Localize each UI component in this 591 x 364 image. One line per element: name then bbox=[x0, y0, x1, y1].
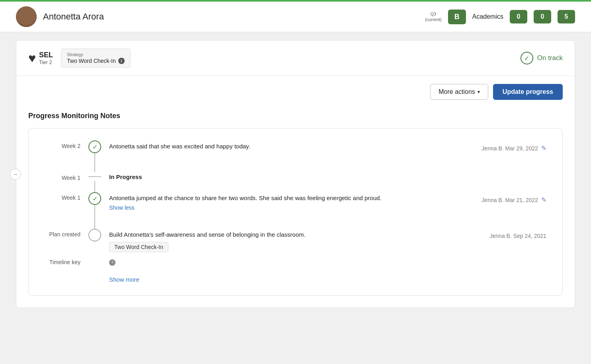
strategy-tag: Two Word Check-In bbox=[109, 242, 168, 252]
in-progress-label: In Progress bbox=[109, 173, 142, 180]
node-checked-week1: ✓ bbox=[88, 192, 101, 205]
actions-row: More actions ▾ Update progress bbox=[28, 84, 563, 100]
timeline-meta-plan: Jenna B. Sep 24, 2021 bbox=[482, 230, 546, 239]
grade-badge[interactable]: B bbox=[448, 10, 466, 24]
tier-label: Tier 2 bbox=[39, 59, 53, 65]
connector-line-bottom bbox=[94, 205, 95, 229]
timeline-content-week2: Antonetta said that she was excited and … bbox=[101, 140, 546, 152]
node-empty-plan bbox=[88, 229, 101, 241]
section-title: Progress Monitoring Notes bbox=[28, 112, 563, 120]
sel-tier: SEL Tier 2 bbox=[39, 51, 53, 65]
more-actions-button[interactable]: More actions ▾ bbox=[430, 84, 488, 100]
sel-header: ♥ SEL Tier 2 Strategy Two Word Check-In … bbox=[16, 41, 575, 76]
timeline-text-week2: Antonetta said that she was excited and … bbox=[109, 142, 474, 151]
chevron-down-icon: ▾ bbox=[477, 89, 480, 95]
heart-icon: ♥ bbox=[28, 51, 36, 66]
question-icon[interactable]: ? bbox=[109, 259, 115, 266]
timeline-label-inprogress: Week 1 bbox=[45, 172, 88, 181]
timeline-item-plan: Plan created Build Antonetta's self-awar… bbox=[45, 229, 546, 252]
strategy-box: Strategy Two Word Check-In i bbox=[61, 49, 131, 68]
student-name: Antonetta Arora bbox=[43, 12, 104, 22]
header: Antonetta Arora Q3 (current) B Academics… bbox=[0, 2, 591, 32]
timeline-text-week1: Antonetta jumped at the chance to share … bbox=[109, 194, 474, 203]
timeline-item-week2: Week 2 ✓ Antonetta said that she was exc… bbox=[45, 140, 546, 172]
collapse-button[interactable]: − bbox=[10, 169, 21, 180]
in-progress-dash bbox=[88, 176, 101, 177]
sel-category-label: SEL bbox=[39, 51, 53, 59]
avatar bbox=[16, 6, 37, 27]
on-track-circle: ✓ bbox=[521, 52, 533, 64]
count-badge-2[interactable]: 0 bbox=[534, 10, 551, 23]
timeline-key-label: Timeline key bbox=[45, 259, 88, 265]
show-more-link[interactable]: Show more bbox=[109, 276, 139, 283]
timeline-content-plan: Build Antonetta's self-awareness and sen… bbox=[101, 229, 546, 252]
edit-icon-week2[interactable]: ✎ bbox=[541, 144, 546, 152]
count-badge-1[interactable]: 0 bbox=[510, 10, 527, 23]
timeline-item-inprogress: Week 1 In Progress bbox=[45, 172, 546, 181]
show-more-container: Show more bbox=[45, 272, 546, 283]
timeline-label-week1: Week 1 bbox=[45, 192, 88, 201]
edit-icon-week1[interactable]: ✎ bbox=[541, 196, 546, 204]
sel-card: − ♥ SEL Tier 2 Strategy Two Word Check-I… bbox=[16, 40, 575, 308]
on-track-status: ✓ On track bbox=[521, 52, 563, 64]
timeline-text-plan: Build Antonetta's self-awareness and sen… bbox=[109, 230, 482, 239]
connector-middle bbox=[94, 181, 95, 192]
timeline-meta-week1: Jenna B. Mar 21, 2022 ✎ bbox=[474, 194, 546, 204]
on-track-label: On track bbox=[537, 54, 563, 62]
connector-line bbox=[94, 153, 95, 172]
timeline-item-week1: Week 1 ✓ Antonetta jumped at the chance … bbox=[45, 192, 546, 229]
node-checked-week2: ✓ bbox=[88, 140, 101, 153]
timeline-key-row: Timeline key ? bbox=[45, 259, 546, 266]
main-content: − ♥ SEL Tier 2 Strategy Two Word Check-I… bbox=[0, 32, 591, 324]
timeline-label-week2: Week 2 bbox=[45, 140, 88, 149]
count-badge-3[interactable]: 5 bbox=[558, 10, 575, 23]
timeline-content-week1: Antonetta jumped at the chance to share … bbox=[101, 192, 546, 211]
strategy-name: Two Word Check-In i bbox=[67, 58, 125, 64]
quarter-label: Q3 (current) bbox=[425, 11, 442, 23]
strategy-heading: Strategy bbox=[67, 52, 125, 57]
timeline-label-plan: Plan created bbox=[45, 229, 88, 237]
timeline-card: Week 2 ✓ Antonetta said that she was exc… bbox=[28, 128, 563, 296]
update-progress-button[interactable]: Update progress bbox=[493, 84, 563, 100]
show-less-link[interactable]: Show less bbox=[109, 204, 135, 211]
academics-label: Academics bbox=[472, 13, 503, 20]
progress-section: More actions ▾ Update progress Progress … bbox=[16, 76, 575, 308]
info-icon[interactable]: i bbox=[118, 58, 125, 64]
timeline-meta-week2: Jenna B. Mar 29, 2022 ✎ bbox=[474, 142, 546, 152]
